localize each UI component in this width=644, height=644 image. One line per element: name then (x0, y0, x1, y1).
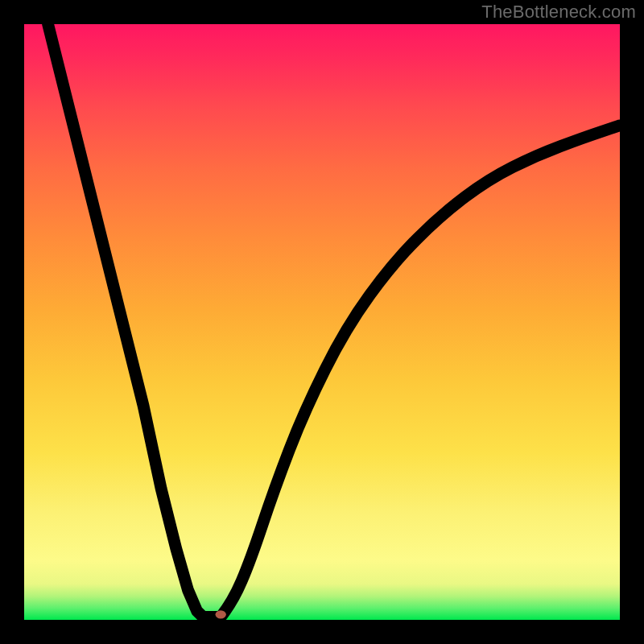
plot-area (24, 24, 620, 620)
watermark-text: TheBottleneck.com (481, 2, 636, 23)
minimum-marker (216, 610, 226, 618)
series-left-branch (48, 24, 203, 617)
series-right-branch (221, 126, 620, 617)
plot-svg (24, 24, 620, 620)
chart-frame: TheBottleneck.com (0, 0, 644, 644)
